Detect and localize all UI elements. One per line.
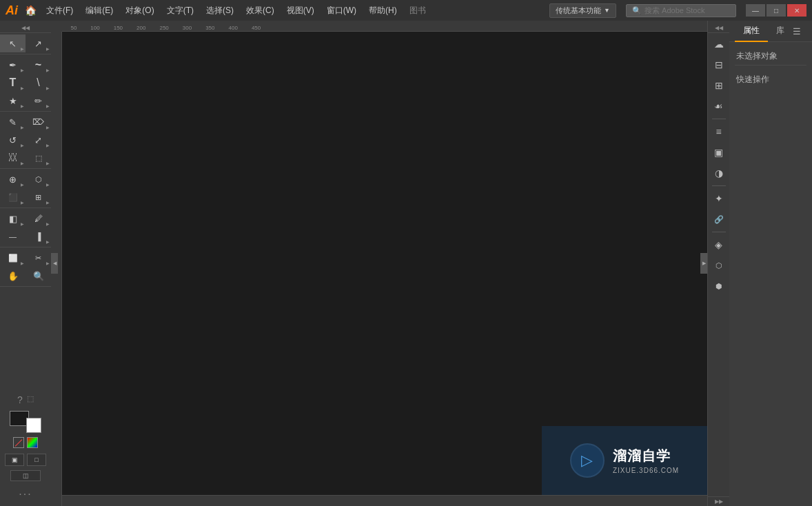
menu-object[interactable]: 对象(O) [120,0,159,21]
tool-arrow-icon: ▶ [21,200,24,205]
rotate-tool[interactable]: ↺ ▶ [0,131,26,149]
appearance-icon[interactable]: ☙ [709,97,729,116]
direct-select-icon: ↗ [34,39,42,49]
transform-icon[interactable]: ⊞ [709,76,729,95]
tool-arrow-icon: ▶ [46,261,50,265]
artboard-tool[interactable]: ⬜ ▶ [0,249,26,267]
scale-tool[interactable]: ⤢ ▶ [26,131,51,149]
menu-edit[interactable]: 编辑(E) [80,0,119,21]
ruler-mark: 100 [90,25,99,31]
workspace-selector[interactable]: 传统基本功能 ▼ [549,3,616,18]
tool-row: ↺ ▶ ⤢ ▶ [0,131,51,149]
layers-icon[interactable]: ◈ [709,235,729,254]
ruler-mark: 200 [136,25,145,31]
gradient-strip-icon[interactable]: ◑ [709,163,729,183]
no-color-swatch[interactable] [13,437,24,448]
minimize-button[interactable]: — [746,4,765,17]
align-icon[interactable]: ≡ [709,122,729,141]
links-icon[interactable]: 🔗 [709,210,729,229]
menu-help[interactable]: 帮助(H) [363,0,403,21]
menu-type[interactable]: 文字(T) [161,0,199,21]
cc-libraries-icon[interactable]: ☁ [709,34,729,54]
fill-icon: ▣ [12,456,18,463]
eraser-tool[interactable]: ⌦ ▶ [26,113,51,131]
tab-library[interactable]: 库 [768,21,793,42]
icon-strip-expand-arrow[interactable]: ▶▶ [715,498,723,505]
toolbar-collapse-arrow[interactable]: ◀◀ [21,25,30,31]
more-tools-button[interactable]: ... [1,483,50,500]
screen-mode-icon[interactable]: ⬚ [27,394,34,405]
fill-swatch[interactable]: ▣ [5,454,24,466]
canvas-viewport[interactable]: ▷ 溜溜自学 ZIXUE.3D66.COM [62,32,707,495]
right-panel-collapse[interactable]: ▶ [700,253,707,274]
search-bar[interactable]: 🔍 [626,4,736,17]
shape-builder-tool[interactable]: ⊕ ▶ [0,170,26,188]
measure-icon: — [9,232,17,241]
gradient-icon: ◧ [9,214,17,224]
menu-effect[interactable]: 效果(C) [241,0,280,21]
search-input[interactable] [644,6,727,14]
direct-select-tool[interactable]: ↗ ▶ [26,34,51,52]
zoom-tool[interactable]: 🔍 [26,267,51,285]
paintbrush-tool[interactable]: ✏ ▶ [26,92,51,110]
artboards-icon[interactable]: ✦ [709,189,729,208]
menu-select[interactable]: 选择(S) [201,0,239,21]
background-color[interactable] [26,418,41,433]
menu-extra[interactable]: 图书 [404,0,432,21]
workspace-label: 传统基本功能 [556,6,601,16]
color-icon[interactable] [27,437,38,448]
free-transform-tool[interactable]: ⬚ ▶ [26,149,51,167]
assets-icon[interactable]: ⬢ [709,276,729,296]
perspective-tool[interactable]: ⬛ ▶ [0,188,26,206]
maximize-button[interactable]: □ [767,4,786,17]
swatch-row [10,411,41,433]
type-tool[interactable]: T ▶ [0,74,26,92]
close-button[interactable]: ✕ [787,4,806,17]
home-icon[interactable]: 🏠 [25,5,37,16]
question-mark-icon[interactable]: ? [17,394,23,405]
hand-tool[interactable]: ✋ [0,267,26,285]
slice-icon: ✂ [35,254,41,263]
layout-options-icon[interactable]: ☰ [790,23,804,44]
line-tool[interactable]: \ ▶ [26,74,51,92]
ruler-mark: 150 [114,25,123,31]
slice-tool[interactable]: ✂ ▶ [26,249,51,267]
mesh-icon: ⊞ [35,193,41,202]
ruler-mark: 300 [183,25,192,31]
menu-window[interactable]: 窗口(W) [321,0,362,21]
tool-arrow-icon: ▶ [46,182,50,187]
color-tools: ◧ ▶ 🖉 ▶ — ▐ ▶ [0,208,51,247]
pen-tool[interactable]: ✒ ▶ [0,56,26,74]
gradient-tool[interactable]: ◧ ▶ [0,210,26,227]
star-tool[interactable]: ★ ▶ [0,92,26,110]
pathfinder-icon[interactable]: ▣ [709,143,729,162]
tool-row: 〷 ▶ ⬚ ▶ [0,149,51,167]
bar-chart-tool[interactable]: ▐ ▶ [26,227,51,245]
eyedropper-tool[interactable]: 🖉 ▶ [26,210,51,227]
tool-preset[interactable]: ◫ [10,470,41,481]
curvature-tool[interactable]: ~ ▶ [26,56,51,74]
tab-properties[interactable]: 属性 [735,21,768,42]
warp-tool[interactable]: 〷 ▶ [0,149,26,167]
menu-view[interactable]: 视图(V) [281,0,320,21]
type-icon: T [10,77,17,89]
panel-content: 未选择对象 快速操作 [729,42,812,506]
stroke-swatch[interactable]: □ [27,454,46,466]
warp-icon: 〷 [9,153,17,163]
left-panel-collapse[interactable]: ◀ [51,253,58,274]
watermark-title: 溜溜自学 [613,447,679,465]
live-paint-tool[interactable]: ⬡ ▶ [26,170,51,188]
mesh-tool[interactable]: ⊞ ▶ [26,188,51,206]
icon-strip-collapse-arrow[interactable]: ◀◀ [715,25,723,31]
watermark-logo: ▷ [570,443,605,478]
menu-file[interactable]: 文件(F) [41,0,79,21]
measure-tool[interactable]: — [0,227,26,245]
tool-row: ✒ ▶ ~ ▶ [0,56,51,74]
pencil-tool[interactable]: ✎ ▶ [0,113,26,131]
tool-arrow-icon: ▶ [46,143,50,148]
tool-arrow-icon: ▶ [21,125,24,130]
bar-chart-icon: ▐ [36,232,41,241]
export-icon[interactable]: ⬡ [709,256,729,275]
select-tool[interactable]: ↖ ▶ [0,34,26,52]
properties-icon[interactable]: ⊟ [709,55,729,74]
